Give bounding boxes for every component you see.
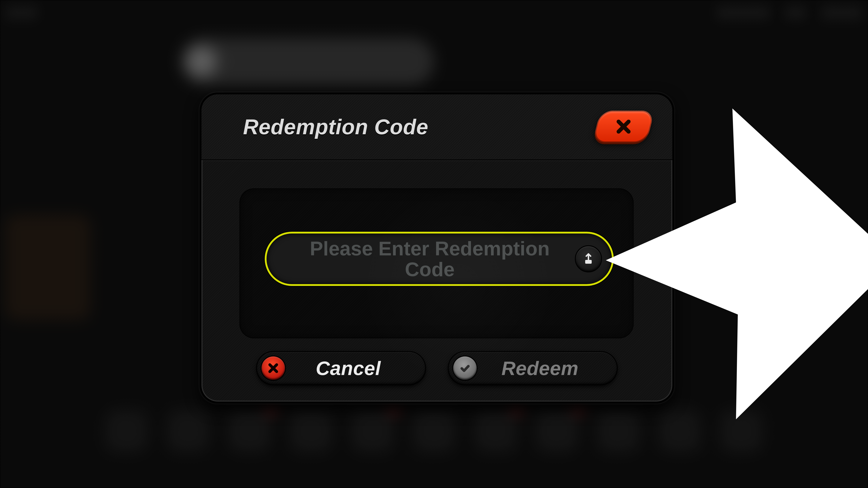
dialog-body: Please Enter Redemption Code Cancel [202, 159, 672, 401]
redeem-button[interactable]: Redeem [448, 351, 618, 385]
redemption-code-dialog: Redemption Code Please Enter Redemption … [199, 93, 674, 403]
svg-rect-0 [585, 260, 592, 264]
redeem-label: Redeem [477, 357, 618, 380]
close-button[interactable] [592, 110, 655, 142]
cancel-label: Cancel [285, 357, 426, 380]
cancel-button[interactable]: Cancel [256, 351, 426, 385]
cancel-icon [261, 356, 285, 380]
redemption-code-placeholder: Please Enter Redemption Code [267, 238, 575, 280]
dialog-header: Redemption Code [202, 94, 672, 160]
dialog-actions: Cancel Redeem [202, 351, 672, 385]
paste-icon [582, 252, 595, 265]
dialog-title: Redemption Code [243, 115, 428, 139]
paste-button[interactable] [575, 245, 602, 272]
close-icon [615, 118, 632, 135]
confirm-icon [453, 356, 477, 380]
redemption-code-input[interactable]: Please Enter Redemption Code [265, 232, 614, 286]
